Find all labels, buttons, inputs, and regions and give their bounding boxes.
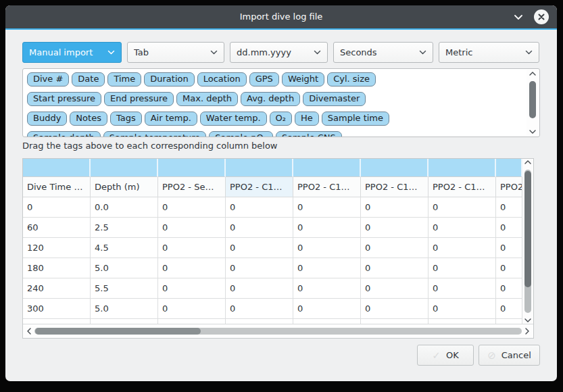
table-cell: 0 [429,299,496,319]
chevron-down-icon [314,50,321,55]
scrollbar-track[interactable] [34,328,522,335]
combo-date-format-value: dd.mm.yyyy [237,47,314,57]
drop-target-cell[interactable] [361,159,429,177]
tag-sample-cns[interactable]: Sample CNS [276,131,342,137]
tag-o[interactable]: O₂ [270,112,292,126]
table-cell: 0 [23,197,91,218]
cancel-circle-icon: ⊘ [487,349,496,362]
table-cell-partial [23,319,91,324]
table-cell: 0 [496,299,522,319]
table-cell: 180 [23,258,91,278]
tag-row: Dive #DateTimeDurationLocationGPSWeightC… [26,71,537,91]
table-cell: 0 [429,238,496,258]
ok-button[interactable]: ✓ OK [417,345,474,366]
tag-time[interactable]: Time [107,72,141,87]
drop-target-cell[interactable] [23,159,91,177]
tag-divemaster[interactable]: Divemaster [303,92,366,106]
table-cell: 300 [23,299,91,319]
tag-sample-temperature[interactable]: Sample temperature [103,131,207,137]
scroll-right-icon[interactable] [525,328,529,335]
tag-avg-depth[interactable]: Avg. depth [241,92,300,106]
table-cell: 0 [226,238,293,258]
tag-list: Dive #DateTimeDurationLocationGPSWeightC… [22,68,540,137]
table-cell: 0 [429,278,496,299]
combo-field-separator[interactable]: Tab [127,42,224,63]
combo-field-separator-value: Tab [134,47,210,57]
close-button[interactable] [534,9,549,24]
tag-cyl-size[interactable]: Cyl. size [327,72,376,87]
table-cell-partial [496,319,522,324]
drop-target-cell[interactable] [91,159,158,177]
shade-button[interactable] [513,11,524,22]
drop-target-cell[interactable] [429,159,496,177]
column-header[interactable]: PPO2 [496,177,522,197]
table-cell: 0 [496,258,522,278]
tag-sample-depth[interactable]: Sample depth [27,131,101,137]
tag-end-pressure[interactable]: End pressure [104,92,174,106]
tag-water-temp[interactable]: Water temp. [200,112,267,126]
scroll-left-icon[interactable] [27,328,31,335]
tag-duration[interactable]: Duration [144,72,194,87]
table-cell: 0 [496,197,522,218]
tag-sample-po[interactable]: Sample pO₂ [209,131,273,137]
scroll-up-icon[interactable] [524,160,531,164]
tag-dive[interactable]: Dive # [27,72,69,87]
combo-date-format[interactable]: dd.mm.yyyy [230,42,328,63]
table-cell: 0 [496,278,522,299]
tag-date[interactable]: Date [72,72,105,87]
table-cell: 240 [23,278,91,299]
column-header[interactable]: Dive Time … [23,177,91,197]
table-cell-partial [158,319,226,324]
combo-duration-format[interactable]: Seconds [333,42,433,63]
combo-import-type[interactable]: Manual import [22,42,122,63]
table-cell: 60 [23,218,91,238]
combo-units-value: Metric [445,47,525,57]
tag-gps[interactable]: GPS [249,72,279,87]
scrollbar-thumb[interactable] [35,328,201,335]
table-cell: 120 [23,238,91,258]
table-cell: 0 [293,197,361,218]
tag-max-depth[interactable]: Max. depth [176,92,238,106]
table-cell: 0 [429,258,496,278]
tag-air-temp[interactable]: Air temp. [145,112,197,126]
tag-buddy[interactable]: Buddy [27,112,67,126]
column-header[interactable]: PPO2 - C1… [293,177,361,197]
table-cell: 0 [496,218,522,238]
table-cell: 0 [293,238,361,258]
scrollbar-thumb[interactable] [529,81,536,118]
column-header[interactable]: PPO2 - Se… [158,177,226,197]
tag-location[interactable]: Location [197,72,247,87]
table-cell: 0 [293,218,361,238]
column-header[interactable]: PPO2 - C1… [361,177,429,197]
scroll-down-icon[interactable] [524,318,531,322]
tags-scrollbar[interactable] [527,70,539,136]
cancel-button[interactable]: ⊘ Cancel [479,345,540,366]
tag-row: BuddyNotesTagsAir temp.Water temp.O₂HeSa… [26,110,537,130]
table-cell: 0 [158,299,226,319]
tag-sample-time[interactable]: Sample time [322,112,389,126]
tag-weight[interactable]: Weight [282,72,324,87]
table-cell: 4.5 [91,238,158,258]
scroll-down-icon[interactable] [529,130,536,134]
check-icon: ✓ [432,349,441,362]
table-horizontal-scrollbar[interactable] [23,324,533,338]
table-vertical-scrollbar[interactable] [522,159,533,324]
drop-target-cell[interactable] [293,159,361,177]
tag-start-pressure[interactable]: Start pressure [27,92,101,106]
scroll-up-icon[interactable] [529,72,536,76]
column-header[interactable]: PPO2 - C1… [429,177,496,197]
scrollbar-thumb[interactable] [524,171,531,287]
drop-target-cell[interactable] [496,159,522,177]
column-header[interactable]: PPO2 - C1… [226,177,293,197]
drop-target-cell[interactable] [226,159,293,177]
table-cell: 0 [226,218,293,238]
column-header[interactable]: Depth (m) [91,177,158,197]
table-cell: 0 [226,258,293,278]
combo-units[interactable]: Metric [439,42,539,63]
drop-target-cell[interactable] [158,159,226,177]
table-cell: 0 [429,218,496,238]
tag-he[interactable]: He [295,112,319,126]
tag-notes[interactable]: Notes [70,112,107,126]
titlebar[interactable]: Import dive log file [5,5,557,28]
tag-tags[interactable]: Tags [110,112,142,126]
